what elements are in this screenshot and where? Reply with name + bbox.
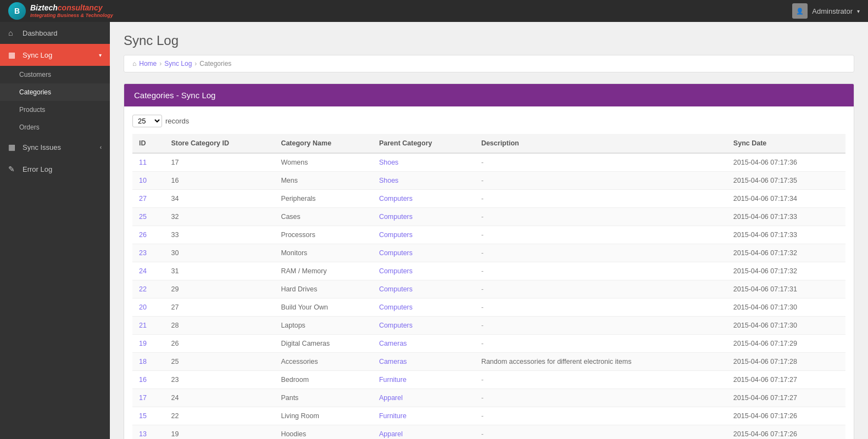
table-row: 17 24 Pants Apparel - 2015-04-06 07:17:2… (132, 389, 845, 407)
cell-store-cat-id: 17 (164, 153, 274, 172)
cell-sync-date: 2015-04-06 07:17:34 (727, 190, 845, 208)
cell-parent-cat: Shoes (372, 153, 475, 172)
syncissues-icon: ▦ (8, 143, 17, 151)
main-panel: Categories - Sync Log 25 50 100 records … (124, 83, 854, 439)
cell-parent-cat: Cameras (372, 353, 475, 371)
cell-parent-cat: Cameras (372, 335, 475, 353)
user-dropdown-icon[interactable]: ▾ (857, 8, 860, 14)
cell-cat-name: Pants (274, 389, 372, 407)
label-categories: Categories (19, 88, 51, 96)
table-row: 27 34 Peripherals Computers - 2015-04-06… (132, 190, 845, 208)
main-layout: ⌂ Dashboard ▦ Sync Log ▾ Customers Categ… (0, 22, 868, 439)
cell-description: - (475, 172, 727, 190)
cell-id[interactable]: 26 (132, 226, 164, 244)
records-per-page-select[interactable]: 25 50 100 (132, 115, 162, 127)
label-products: Products (19, 106, 45, 114)
cell-id[interactable]: 13 (132, 425, 164, 440)
cell-description: - (475, 244, 727, 262)
cell-cat-name: Hoodies (274, 425, 372, 440)
sidebar-label-errorlog: Error Log (23, 165, 52, 173)
cell-cat-name: Bedroom (274, 371, 372, 389)
breadcrumb-sep-2: › (194, 60, 197, 67)
cell-store-cat-id: 33 (164, 226, 274, 244)
cell-description: - (475, 335, 727, 353)
cell-sync-date: 2015-04-06 07:17:28 (727, 353, 845, 371)
cell-parent-cat: Furniture (372, 371, 475, 389)
cell-parent-cat: Computers (372, 244, 475, 262)
cell-store-cat-id: 30 (164, 244, 274, 262)
table-row: 10 16 Mens Shoes - 2015-04-06 07:17:35 (132, 172, 845, 190)
cell-sync-date: 2015-04-06 07:17:26 (727, 407, 845, 425)
sidebar-subitem-customers[interactable]: Customers (0, 66, 110, 83)
logo-area: B Biztechconsultancy Integrating Busines… (8, 2, 113, 20)
col-id: ID (132, 134, 164, 153)
cell-sync-date: 2015-04-06 07:17:30 (727, 299, 845, 317)
cell-description: - (475, 190, 727, 208)
user-name: Adminstrator (812, 7, 853, 15)
cell-store-cat-id: 25 (164, 353, 274, 371)
cell-id[interactable]: 10 (132, 172, 164, 190)
breadcrumb-sep-1: › (159, 60, 162, 67)
sidebar-subitem-products[interactable]: Products (0, 101, 110, 119)
cell-sync-date: 2015-04-06 07:17:33 (727, 208, 845, 226)
cell-store-cat-id: 16 (164, 172, 274, 190)
sidebar-item-errorlog[interactable]: ✎ Error Log (0, 158, 110, 180)
panel-header: Categories - Sync Log (124, 84, 854, 106)
cell-id[interactable]: 23 (132, 244, 164, 262)
errorlog-icon: ✎ (8, 165, 17, 173)
cell-store-cat-id: 32 (164, 208, 274, 226)
table-row: 22 29 Hard Drives Computers - 2015-04-06… (132, 280, 845, 299)
cell-sync-date: 2015-04-06 07:17:30 (727, 317, 845, 335)
cell-id[interactable]: 15 (132, 407, 164, 425)
categories-table: ID Store Category ID Category Name Paren… (132, 134, 845, 439)
sidebar-subitem-orders[interactable]: Orders (0, 119, 110, 136)
cell-id[interactable]: 20 (132, 299, 164, 317)
label-customers: Customers (19, 71, 51, 78)
cell-parent-cat: Shoes (372, 172, 475, 190)
page-title: Sync Log (124, 33, 854, 48)
cell-description: - (475, 226, 727, 244)
breadcrumb-home[interactable]: Home (139, 60, 157, 67)
cell-store-cat-id: 23 (164, 371, 274, 389)
cell-sync-date: 2015-04-06 07:17:26 (727, 425, 845, 440)
table-row: 19 26 Digital Cameras Cameras - 2015-04-… (132, 335, 845, 353)
cell-description: - (475, 371, 727, 389)
sidebar-item-dashboard[interactable]: ⌂ Dashboard (0, 22, 110, 44)
col-parent-cat: Parent Category (372, 134, 475, 153)
cell-description: - (475, 153, 727, 172)
home-icon: ⌂ (8, 29, 17, 37)
table-row: 13 19 Hoodies Apparel - 2015-04-06 07:17… (132, 425, 845, 440)
home-breadcrumb-icon: ⌂ (132, 60, 136, 67)
cell-id[interactable]: 16 (132, 371, 164, 389)
cell-cat-name: Monitors (274, 244, 372, 262)
sidebar: ⌂ Dashboard ▦ Sync Log ▾ Customers Categ… (0, 22, 110, 439)
cell-id[interactable]: 24 (132, 262, 164, 280)
cell-id[interactable]: 18 (132, 353, 164, 371)
cell-store-cat-id: 34 (164, 190, 274, 208)
cell-description: - (475, 262, 727, 280)
cell-sync-date: 2015-04-06 07:17:31 (727, 280, 845, 299)
cell-description: - (475, 299, 727, 317)
col-cat-name: Category Name (274, 134, 372, 153)
cell-store-cat-id: 27 (164, 299, 274, 317)
cell-id[interactable]: 17 (132, 389, 164, 407)
sidebar-label-dashboard: Dashboard (23, 29, 58, 37)
cell-id[interactable]: 21 (132, 317, 164, 335)
sidebar-item-synclog[interactable]: ▦ Sync Log ▾ (0, 44, 110, 66)
cell-description: - (475, 407, 727, 425)
cell-parent-cat: Computers (372, 299, 475, 317)
cell-id[interactable]: 25 (132, 208, 164, 226)
cell-id[interactable]: 11 (132, 153, 164, 172)
sidebar-subitem-categories[interactable]: Categories (0, 83, 110, 101)
user-menu[interactable]: 👤 Adminstrator ▾ (792, 3, 860, 19)
col-description: Description (475, 134, 727, 153)
sidebar-item-syncissues[interactable]: ▦ Sync Issues ‹ (0, 136, 110, 158)
cell-id[interactable]: 19 (132, 335, 164, 353)
cell-parent-cat: Apparel (372, 389, 475, 407)
cell-id[interactable]: 27 (132, 190, 164, 208)
sidebar-label-syncissues: Sync Issues (23, 143, 61, 151)
cell-id[interactable]: 22 (132, 280, 164, 299)
breadcrumb-synclog[interactable]: Sync Log (164, 60, 192, 67)
table-header-row: ID Store Category ID Category Name Paren… (132, 134, 845, 153)
cell-description: - (475, 425, 727, 440)
